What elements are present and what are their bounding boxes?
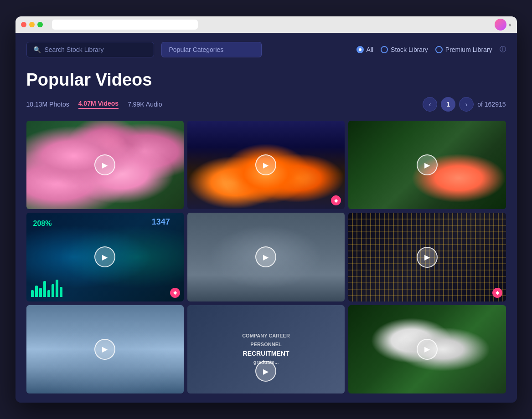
video-card-3[interactable]: ▶ [348,121,506,209]
categories-dropdown[interactable]: Popular Categories [161,42,262,57]
bar-7 [56,280,58,297]
bar-1 [31,290,34,297]
play-button-4[interactable]: ▶ [94,246,115,267]
bar-4 [43,281,46,297]
search-icon: 🔍 [33,46,41,53]
play-button-5[interactable]: ▶ [255,246,276,267]
play-button-1[interactable]: ▶ [94,154,115,175]
play-button-2[interactable]: ▶ [255,154,276,175]
filter-stock-option[interactable]: Stock Library [381,46,428,53]
filter-all-label: All [367,46,374,53]
video-card-2[interactable]: ▶ ◆ [187,121,345,209]
photos-count: 10.13M Photos [26,101,69,108]
browser-window: ∨ 🔍 Popular Categories All [15,16,517,403]
premium-badge-4: ◆ [170,288,180,298]
video-card-4[interactable]: 208% 1347 ▶ ◆ [26,213,184,301]
app-content: 🔍 Popular Categories All Stock Library [15,33,517,403]
play-button-9[interactable]: ▶ [417,339,438,360]
filter-all-option[interactable]: All [356,46,374,53]
play-button-3[interactable]: ▶ [417,154,438,175]
filter-premium-radio[interactable] [435,46,443,53]
pagination: ‹ 1 › of 162915 [423,97,506,112]
data-num: 1347 [152,217,170,227]
avatar[interactable] [495,19,506,31]
filter-premium-label: Premium Library [445,46,492,53]
bar-5 [47,290,50,297]
video-card-9[interactable]: ▶ [348,305,506,393]
video-grid: ▶ ▶ ◆ ▶ 208% 1347 [26,121,506,393]
search-input[interactable] [45,46,147,53]
recruit-text-1: COMPANY CAREER [242,332,290,339]
filter-stock-radio[interactable] [381,46,388,53]
page-title: Popular Videos [26,70,506,90]
videos-count: 4.07M Videos [78,100,119,107]
total-pages: of 162915 [477,101,506,108]
videos-stat[interactable]: 4.07M Videos [78,100,119,109]
photos-stat[interactable]: 10.13M Photos [26,101,69,108]
info-icon[interactable]: ⓘ [500,46,506,54]
audio-stat[interactable]: 7.99K Audio [128,101,162,108]
search-box[interactable]: 🔍 [26,42,154,57]
stats-left: 10.13M Photos 4.07M Videos 7.99K Audio [26,100,162,109]
filter-stock-label: Stock Library [391,46,428,53]
traffic-lights [21,22,43,27]
recruit-text-2: PERSONNEL [250,341,281,348]
minimize-button[interactable] [29,22,35,27]
video-card-8[interactable]: COMPANY CAREER PERSONNEL RECRUITMENT gra… [187,305,345,393]
next-page-button[interactable]: › [459,97,474,112]
data-bars [31,279,62,297]
data-percent: 208% [33,220,52,228]
categories-label: Popular Categories [169,46,224,53]
bar-8 [60,287,62,297]
recruit-title: RECRUITMENT [243,350,289,357]
video-card-5[interactable]: ▶ [187,213,345,301]
video-card-6[interactable]: ▶ ◆ [348,213,506,301]
top-bar: 🔍 Popular Categories All Stock Library [26,42,506,57]
titlebar-right: ∨ [495,19,511,31]
filter-group: All Stock Library Premium Library ⓘ [356,46,506,54]
audio-count: 7.99K Audio [128,101,162,108]
play-button-6[interactable]: ▶ [417,247,438,268]
videos-underline [78,108,119,109]
maximize-button[interactable] [37,22,43,27]
play-button-8[interactable]: ▶ [255,361,276,382]
prev-page-button[interactable]: ‹ [423,97,437,112]
bar-6 [52,284,54,297]
video-card-7[interactable]: ▶ [26,305,184,393]
bar-2 [35,286,38,297]
chevron-down-icon[interactable]: ∨ [508,22,511,27]
premium-badge-2: ◆ [331,195,341,205]
video-card-1[interactable]: ▶ [26,121,184,209]
bar-3 [39,288,42,297]
play-button-7[interactable]: ▶ [94,339,115,360]
premium-badge-6: ◆ [492,288,502,298]
stats-bar: 10.13M Photos 4.07M Videos 7.99K Audio ‹… [26,97,506,112]
titlebar: ∨ [15,16,517,33]
filter-all-radio[interactable] [356,46,364,53]
close-button[interactable] [21,22,26,27]
url-bar[interactable] [52,20,198,30]
current-page: 1 [441,97,455,112]
filter-premium-option[interactable]: Premium Library [435,46,492,53]
